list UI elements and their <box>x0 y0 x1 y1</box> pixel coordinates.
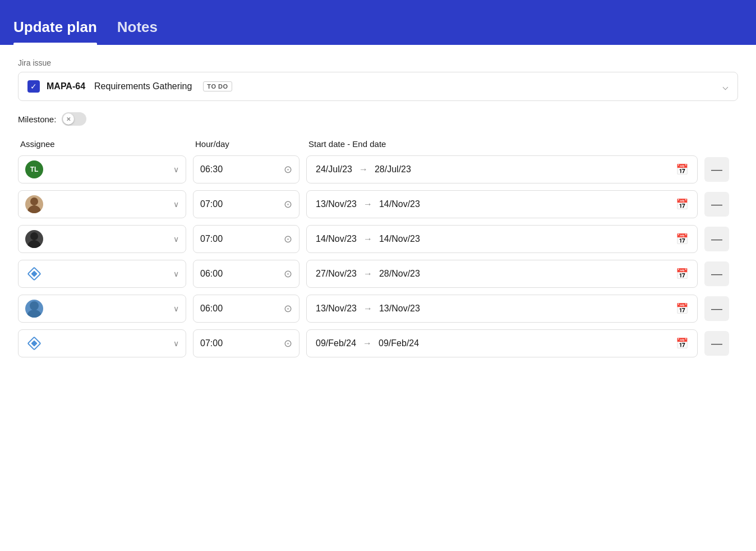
start-date-0: 24/Jul/23 <box>316 164 352 175</box>
app-container: Update plan Notes Jira issue ✓ MAPA-64 R… <box>0 0 756 378</box>
tab-update-plan[interactable]: Update plan <box>13 19 106 45</box>
avatar-1 <box>25 195 43 213</box>
assignee-row: ∨ 07:00 ⊙ 14/Nov/23 → 14/Nov/23 📅 — <box>18 225 738 253</box>
calendar-icon-1: 📅 <box>676 198 688 210</box>
start-date-1: 13/Nov/23 <box>316 199 357 209</box>
date-range-content-0: 24/Jul/23 → 28/Jul/23 <box>316 164 676 175</box>
arrow-right-icon-0: → <box>359 164 368 175</box>
assignee-chevron-4: ∨ <box>173 304 179 313</box>
clock-icon-3: ⊙ <box>284 268 292 280</box>
remove-button-4[interactable]: — <box>704 296 729 321</box>
content-area: Jira issue ✓ MAPA-64 Requirements Gather… <box>0 45 756 378</box>
issue-name: Requirements Gathering <box>94 81 192 91</box>
end-date-1: 14/Nov/23 <box>379 199 420 209</box>
remove-button-2[interactable]: — <box>704 227 729 251</box>
hour-input-2[interactable]: 07:00 ⊙ <box>193 225 299 253</box>
assignee-select-3[interactable]: ∨ <box>18 260 186 288</box>
assignee-chevron-5: ∨ <box>173 339 179 348</box>
start-date-4: 13/Nov/23 <box>316 304 357 314</box>
hour-value-1: 07:00 <box>200 199 223 209</box>
remove-button-0[interactable]: — <box>704 157 729 182</box>
start-date-2: 14/Nov/23 <box>316 234 357 244</box>
arrow-right-icon-2: → <box>363 234 372 244</box>
hour-input-1[interactable]: 07:00 ⊙ <box>193 190 299 218</box>
remove-button-1[interactable]: — <box>704 192 729 217</box>
date-range-0[interactable]: 24/Jul/23 → 28/Jul/23 📅 <box>306 155 698 183</box>
avatar-3 <box>25 265 43 283</box>
hour-value-3: 06:00 <box>200 269 223 279</box>
date-range-5[interactable]: 09/Feb/24 → 09/Feb/24 📅 <box>306 329 698 357</box>
remove-button-5[interactable]: — <box>704 331 729 356</box>
calendar-icon-0: 📅 <box>676 163 688 176</box>
col-hourday-header: Hour/day <box>195 139 302 149</box>
assignee-select-4[interactable]: ∨ <box>18 295 186 323</box>
hour-input-5[interactable]: 07:00 ⊙ <box>193 329 299 357</box>
end-date-3: 28/Nov/23 <box>379 269 420 279</box>
assignee-select-2[interactable]: ∨ <box>18 225 186 253</box>
date-range-content-1: 13/Nov/23 → 14/Nov/23 <box>316 199 676 209</box>
arrow-right-icon-1: → <box>363 199 372 209</box>
hour-value-0: 06:30 <box>200 164 223 175</box>
date-range-content-4: 13/Nov/23 → 13/Nov/23 <box>316 304 676 314</box>
assignee-row: ∨ 07:00 ⊙ 09/Feb/24 → 09/Feb/24 📅 — <box>18 329 738 357</box>
avatar-4 <box>25 300 43 318</box>
date-range-2[interactable]: 14/Nov/23 → 14/Nov/23 📅 <box>306 225 698 253</box>
assignee-chevron-2: ∨ <box>173 235 179 244</box>
arrow-right-icon-5: → <box>363 338 372 348</box>
milestone-row: Milestone: ✕ <box>18 112 738 126</box>
header: Update plan Notes <box>0 0 756 45</box>
end-date-4: 13/Nov/23 <box>379 304 420 314</box>
start-date-3: 27/Nov/23 <box>316 269 357 279</box>
assignee-chevron-0: ∨ <box>173 165 179 174</box>
hour-value-5: 07:00 <box>200 338 223 348</box>
remove-button-3[interactable]: — <box>704 261 729 286</box>
assignee-select-0[interactable]: TL ∨ <box>18 155 186 183</box>
col-remove-header <box>702 139 736 149</box>
assignee-row: ∨ 06:00 ⊙ 27/Nov/23 → 28/Nov/23 📅 — <box>18 260 738 288</box>
issue-id: MAPA-64 <box>47 81 85 91</box>
svg-rect-3 <box>31 340 37 346</box>
tab-notes[interactable]: Notes <box>117 19 167 45</box>
jira-chevron-down-icon: ⌵ <box>722 80 729 93</box>
jira-section-label: Jira issue <box>18 58 738 67</box>
assignee-row: ∨ 06:00 ⊙ 13/Nov/23 → 13/Nov/23 📅 — <box>18 295 738 323</box>
date-range-content-2: 14/Nov/23 → 14/Nov/23 <box>316 234 676 244</box>
avatar-2 <box>25 230 43 248</box>
avatar-5 <box>25 334 43 352</box>
clock-icon-2: ⊙ <box>284 233 292 245</box>
date-range-4[interactable]: 13/Nov/23 → 13/Nov/23 📅 <box>306 295 698 323</box>
col-assignee-header: Assignee <box>20 139 188 149</box>
hour-input-0[interactable]: 06:30 ⊙ <box>193 155 299 183</box>
hour-value-2: 07:00 <box>200 234 223 244</box>
toggle-x-icon: ✕ <box>66 116 71 122</box>
date-range-3[interactable]: 27/Nov/23 → 28/Nov/23 📅 <box>306 260 698 288</box>
assignee-chevron-1: ∨ <box>173 200 179 209</box>
date-range-1[interactable]: 13/Nov/23 → 14/Nov/23 📅 <box>306 190 698 218</box>
jira-issue-selector[interactable]: ✓ MAPA-64 Requirements Gathering TO DO ⌵ <box>18 72 738 101</box>
assignee-chevron-3: ∨ <box>173 269 179 278</box>
hour-input-3[interactable]: 06:00 ⊙ <box>193 260 299 288</box>
checkmark-icon: ✓ <box>30 82 37 91</box>
milestone-toggle[interactable]: ✕ <box>62 112 86 126</box>
clock-icon-4: ⊙ <box>284 302 292 315</box>
calendar-icon-5: 📅 <box>676 337 688 350</box>
issue-status-badge: TO DO <box>203 81 232 91</box>
arrow-right-icon-4: → <box>363 304 372 314</box>
milestone-label: Milestone: <box>18 114 56 124</box>
clock-icon-1: ⊙ <box>284 198 292 210</box>
date-range-content-3: 27/Nov/23 → 28/Nov/23 <box>316 269 676 279</box>
end-date-2: 14/Nov/23 <box>379 234 420 244</box>
calendar-icon-3: 📅 <box>676 268 688 280</box>
jira-issue-left: ✓ MAPA-64 Requirements Gathering TO DO <box>27 80 232 93</box>
assignee-select-5[interactable]: ∨ <box>18 329 186 357</box>
date-range-content-5: 09/Feb/24 → 09/Feb/24 <box>316 338 676 348</box>
hour-input-4[interactable]: 06:00 ⊙ <box>193 295 299 323</box>
col-startend-header: Start date - End date <box>308 139 695 149</box>
start-date-5: 09/Feb/24 <box>316 338 356 348</box>
clock-icon-5: ⊙ <box>284 337 292 350</box>
assignee-select-1[interactable]: ∨ <box>18 190 186 218</box>
calendar-icon-4: 📅 <box>676 302 688 315</box>
hour-value-4: 06:00 <box>200 304 223 314</box>
arrow-right-icon-3: → <box>363 269 372 279</box>
assignee-row: ∨ 07:00 ⊙ 13/Nov/23 → 14/Nov/23 📅 — <box>18 190 738 218</box>
